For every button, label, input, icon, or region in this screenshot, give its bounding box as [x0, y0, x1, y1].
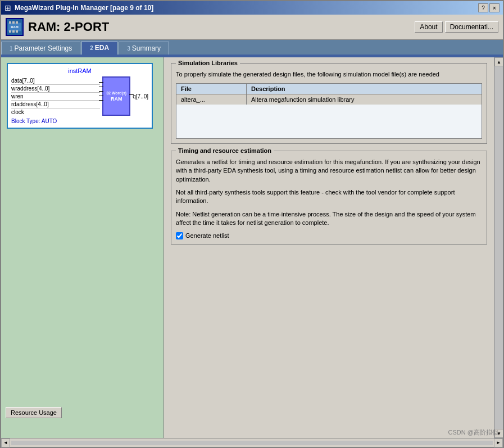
port-q: q[7..0]	[133, 93, 148, 100]
svg-rect-5	[12, 30, 15, 33]
header-buttons: About Documentati...	[415, 21, 498, 33]
close-button[interactable]: ×	[489, 3, 500, 12]
main-content-area: instRAM data[7..0] wraddress[4..0] wren	[1, 57, 503, 438]
window-title: MegaWizard Plug-In Manager [page 9 of 10…	[15, 4, 153, 12]
port-wraddress-label: wraddress[4..0]	[11, 85, 49, 92]
tab2-label: EDA	[95, 44, 109, 52]
component-diagram: instRAM data[7..0] wraddress[4..0] wren	[7, 63, 153, 129]
right-panel: Simulation Libraries To properly simulat…	[164, 57, 494, 438]
port-data: data[7..0]	[11, 77, 100, 85]
table-row: altera_... Altera megafunction simulatio…	[176, 94, 482, 105]
port-wraddress: wraddress[4..0]	[11, 85, 100, 93]
scroll-down-button[interactable]: ▼	[494, 429, 503, 438]
title-bar-controls: ? ×	[478, 3, 500, 12]
tab-parameter-settings[interactable]: 1 Parameter Settings	[1, 42, 80, 55]
scroll-left-button[interactable]: ◄	[1, 438, 10, 447]
tab2-number: 2	[90, 45, 93, 51]
simulation-body: To properly simulate the generated desig…	[171, 64, 487, 143]
simulation-legend: Simulation Libraries	[176, 60, 240, 66]
tab1-number: 1	[10, 46, 13, 52]
generate-netlist-checkbox[interactable]	[176, 232, 183, 239]
tabs-bar: 1 Parameter Settings 2 EDA 3 Summary	[1, 40, 503, 55]
main-content: instRAM data[7..0] wraddress[4..0] wren	[1, 57, 494, 438]
block-type: Block Type: AUTO	[11, 118, 148, 124]
component-body: data[7..0] wraddress[4..0] wren rdaddres…	[11, 76, 148, 116]
port-rdaddress-label: rdaddress[4..0]	[11, 101, 49, 107]
table-header-description: Description	[247, 84, 482, 94]
documentation-button[interactable]: Documentati...	[445, 21, 498, 33]
port-clock-label: clock	[11, 109, 24, 115]
generate-netlist-label: Generate netlist	[185, 232, 229, 239]
tab-summary[interactable]: 3 Summary	[119, 42, 169, 55]
tab3-number: 3	[127, 46, 130, 52]
timing-para3: Note: Netlist generation can be a time-i…	[176, 210, 482, 228]
ports-right: q[7..0]	[133, 93, 148, 100]
header-area: RAM RAM: 2-PORT About Documentati...	[1, 15, 503, 40]
right-panel-wrapper: Simulation Libraries To properly simulat…	[164, 57, 494, 438]
port-data-label: data[7..0]	[11, 78, 35, 84]
title-bar-left: ⊞ MegaWizard Plug-In Manager [page 9 of …	[4, 3, 153, 12]
svg-rect-6	[16, 30, 18, 33]
table-cell-description: Altera megafunction simulation library	[247, 94, 482, 105]
table-row-empty	[176, 105, 482, 138]
timing-section: Timing and resource estimation Generates…	[171, 151, 487, 245]
simulation-description: To properly simulate the generated desig…	[176, 70, 482, 79]
chip-line1: 32 Word(s)	[106, 90, 126, 96]
generate-netlist-row: Generate netlist	[176, 232, 482, 239]
scroll-track	[494, 66, 503, 429]
tab1-label: Parameter Settings	[15, 44, 72, 52]
component-title: instRAM	[11, 67, 148, 74]
table-header-file: File	[176, 84, 247, 94]
ram-title-area: RAM RAM: 2-PORT	[6, 18, 109, 36]
ram-icon: RAM	[6, 18, 24, 36]
svg-text:RAM: RAM	[11, 25, 19, 29]
scroll-right-button[interactable]: ►	[494, 438, 503, 447]
port-clock: clock	[11, 108, 100, 116]
simulation-table: File Description altera_... Altera megaf…	[176, 83, 482, 139]
port-wren-label: wren	[11, 93, 24, 99]
title-bar: ⊞ MegaWizard Plug-In Manager [page 9 of …	[1, 1, 503, 15]
help-button[interactable]: ?	[478, 3, 488, 12]
svg-rect-1	[9, 21, 11, 24]
chip-line2: RAM	[111, 96, 122, 102]
simulation-section: Simulation Libraries To properly simulat…	[171, 63, 487, 144]
timing-body: Generates a netlist for timing and resou…	[171, 151, 487, 244]
hscroll-track	[11, 441, 493, 445]
chip-visual: 32 Word(s) RAM	[102, 76, 130, 116]
timing-para1: Generates a netlist for timing and resou…	[176, 158, 482, 184]
main-window: ⊞ MegaWizard Plug-In Manager [page 9 of …	[0, 0, 504, 448]
svg-rect-4	[9, 30, 11, 33]
ports-left: data[7..0] wraddress[4..0] wren rdaddres…	[11, 77, 100, 116]
resource-usage-button[interactable]: Resource Usage	[6, 407, 62, 418]
tab-eda[interactable]: 2 EDA	[81, 41, 117, 55]
table-cell-file: altera_...	[176, 94, 247, 105]
port-wren: wren	[11, 93, 100, 101]
timing-legend: Timing and resource estimation	[176, 147, 274, 154]
tab3-label: Summary	[132, 44, 161, 52]
app-icon: ⊞	[4, 3, 11, 12]
left-panel: instRAM data[7..0] wraddress[4..0] wren	[1, 57, 164, 438]
right-scrollbar: ▲ ▼	[494, 57, 503, 438]
timing-para2: Not all third-party synthesis tools supp…	[176, 188, 482, 206]
about-button[interactable]: About	[415, 21, 442, 33]
port-rdaddress: rdaddress[4..0]	[11, 101, 100, 108]
svg-rect-3	[16, 21, 18, 24]
page-title: RAM: 2-PORT	[28, 20, 109, 34]
horizontal-scrollbar: ◄ ►	[1, 438, 503, 447]
svg-rect-2	[12, 21, 15, 24]
scroll-up-button[interactable]: ▲	[494, 57, 503, 66]
